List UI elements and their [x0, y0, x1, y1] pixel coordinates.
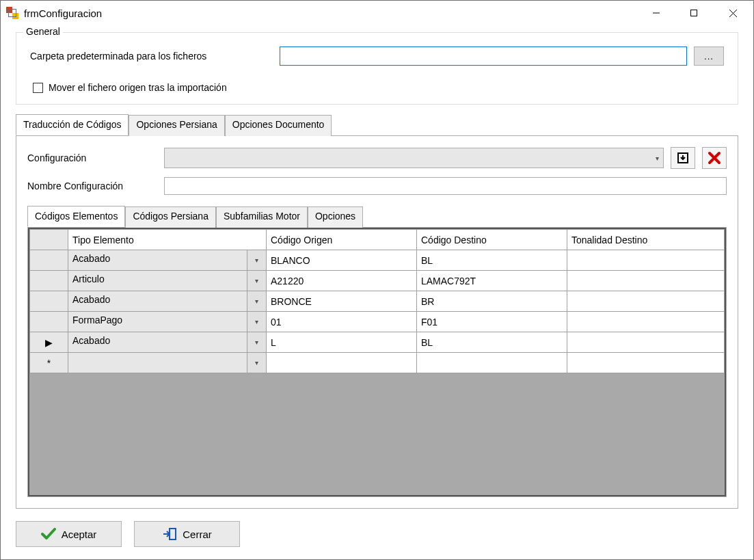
outer-tab-body: Configuración ▾ [16, 135, 738, 509]
titlebar-left: frmConfiguracion [6, 7, 102, 19]
close-icon [729, 9, 738, 18]
svg-rect-1 [690, 10, 697, 16]
window-frame: frmConfiguracion General Carpeta predete… [0, 0, 754, 560]
minimize-icon [652, 9, 660, 17]
tab-codigos-persiana[interactable]: Códigos Persiana [125, 206, 216, 228]
accept-label: Aceptar [62, 529, 97, 540]
close-label: Cerrar [183, 529, 212, 540]
titlebar: frmConfiguracion [1, 1, 753, 25]
table-row[interactable]: FormaPago▾ 01 F01 [30, 312, 725, 332]
cell-destino[interactable] [417, 353, 567, 373]
inner-tab-body: Tipo Elemento Código Origen Código Desti… [27, 227, 727, 497]
cell-origen[interactable]: BLANCO [267, 250, 417, 271]
row-header[interactable] [30, 250, 68, 271]
table-row[interactable]: Acabado▾ BLANCO BL [30, 250, 725, 271]
cell-tipo[interactable]: Acabado▾ [68, 332, 267, 353]
config-combobox[interactable]: ▾ [164, 148, 664, 168]
chevron-down-icon[interactable]: ▾ [247, 353, 266, 373]
tab-traduccion-codigos[interactable]: Traducción de Códigos [16, 114, 129, 135]
dialog-button-bar: Aceptar Cerrar [16, 521, 738, 547]
window-buttons [637, 1, 753, 25]
row-header-new[interactable]: * [30, 353, 68, 373]
folder-input[interactable] [280, 46, 687, 66]
cell-tonalidad[interactable] [567, 250, 725, 271]
table-new-row[interactable]: * ▾ [30, 353, 725, 373]
table-row[interactable]: ▶ Acabado▾ L BL [30, 332, 725, 353]
save-config-button[interactable] [671, 147, 695, 169]
row-header[interactable] [30, 291, 68, 312]
config-name-row: Nombre Configuración [27, 177, 727, 195]
cell-origen[interactable]: BRONCE [267, 291, 417, 312]
outer-tabs: Traducción de Códigos Opciones Persiana … [16, 114, 738, 509]
check-icon [41, 528, 56, 540]
cell-origen[interactable] [267, 353, 417, 373]
col-tonalidad-destino[interactable]: Tonalidad Destino [567, 230, 725, 250]
tab-opciones[interactable]: Opciones [308, 206, 363, 228]
enter-icon [162, 527, 177, 541]
close-button[interactable]: Cerrar [134, 521, 240, 547]
cell-tipo[interactable]: ▾ [68, 353, 267, 373]
col-codigo-destino[interactable]: Código Destino [417, 230, 567, 250]
chevron-down-icon[interactable]: ▾ [247, 291, 266, 311]
maximize-icon [690, 9, 698, 17]
tab-codigos-elementos[interactable]: Códigos Elementos [27, 206, 125, 227]
tab-subfamilias-motor[interactable]: Subfamilias Motor [216, 206, 308, 228]
cell-tipo[interactable]: Articulo▾ [68, 271, 267, 291]
col-tipo-elemento[interactable]: Tipo Elemento [68, 230, 267, 250]
config-name-input[interactable] [164, 177, 727, 195]
chevron-down-icon[interactable]: ▾ [247, 271, 266, 291]
table-row[interactable]: Articulo▾ A21220 LAMAC792T [30, 271, 725, 291]
minimize-button[interactable] [637, 1, 675, 25]
row-header-current[interactable]: ▶ [30, 332, 68, 353]
cell-tipo[interactable]: Acabado▾ [68, 250, 267, 271]
cell-tonalidad[interactable] [567, 353, 725, 373]
general-legend: General [23, 26, 63, 37]
general-groupbox: General Carpeta predeterminada para los … [16, 32, 738, 105]
delete-icon [707, 150, 722, 165]
cell-destino[interactable]: F01 [417, 312, 567, 332]
browse-folder-button[interactable]: ... [694, 46, 724, 66]
app-icon [6, 7, 18, 19]
table-row[interactable]: Acabado▾ BRONCE BR [30, 291, 725, 312]
row-header[interactable] [30, 312, 68, 332]
grid-header-row: Tipo Elemento Código Origen Código Desti… [30, 230, 725, 250]
tab-opciones-persiana[interactable]: Opciones Persiana [129, 115, 224, 136]
move-file-checkbox[interactable] [33, 83, 43, 93]
config-name-label: Nombre Configuración [27, 181, 164, 191]
cell-destino[interactable]: BL [417, 332, 567, 353]
cell-tonalidad[interactable] [567, 312, 725, 332]
cell-origen[interactable]: A21220 [267, 271, 417, 291]
cell-destino[interactable]: BL [417, 250, 567, 271]
grid[interactable]: Tipo Elemento Código Origen Código Desti… [28, 228, 726, 496]
row-header[interactable] [30, 271, 68, 291]
inner-tabs: Códigos Elementos Códigos Persiana Subfa… [27, 206, 727, 497]
maximize-button[interactable] [675, 1, 712, 25]
cell-tonalidad[interactable] [567, 271, 725, 291]
col-codigo-origen[interactable]: Código Origen [267, 230, 417, 250]
cell-tonalidad[interactable] [567, 332, 725, 353]
config-label: Configuración [27, 152, 164, 163]
cell-origen[interactable]: L [267, 332, 417, 353]
cell-origen[interactable]: 01 [267, 312, 417, 332]
close-window-button[interactable] [712, 1, 753, 25]
chevron-down-icon[interactable]: ▾ [247, 312, 266, 332]
outer-tabstrip: Traducción de Códigos Opciones Persiana … [16, 114, 738, 135]
move-file-row: Mover el fichero origen tras la importac… [30, 82, 724, 93]
grid-corner [30, 230, 68, 250]
tab-opciones-documento[interactable]: Opciones Documento [225, 115, 332, 136]
cell-tipo[interactable]: Acabado▾ [68, 291, 267, 312]
inner-tabstrip: Códigos Elementos Códigos Persiana Subfa… [27, 206, 727, 227]
accept-button[interactable]: Aceptar [16, 521, 122, 547]
delete-config-button[interactable] [702, 147, 727, 169]
grid-table: Tipo Elemento Código Origen Código Desti… [29, 229, 725, 373]
cell-tipo[interactable]: FormaPago▾ [68, 312, 267, 332]
folder-row: Carpeta predeterminada para los ficheros… [30, 46, 724, 66]
folder-label: Carpeta predeterminada para los ficheros [30, 51, 280, 62]
cell-destino[interactable]: LAMAC792T [417, 271, 567, 291]
cell-tonalidad[interactable] [567, 291, 725, 312]
grid-empty-area [29, 373, 725, 495]
ellipsis-icon: ... [704, 51, 714, 62]
chevron-down-icon[interactable]: ▾ [247, 332, 266, 352]
chevron-down-icon[interactable]: ▾ [247, 250, 266, 270]
cell-destino[interactable]: BR [417, 291, 567, 312]
